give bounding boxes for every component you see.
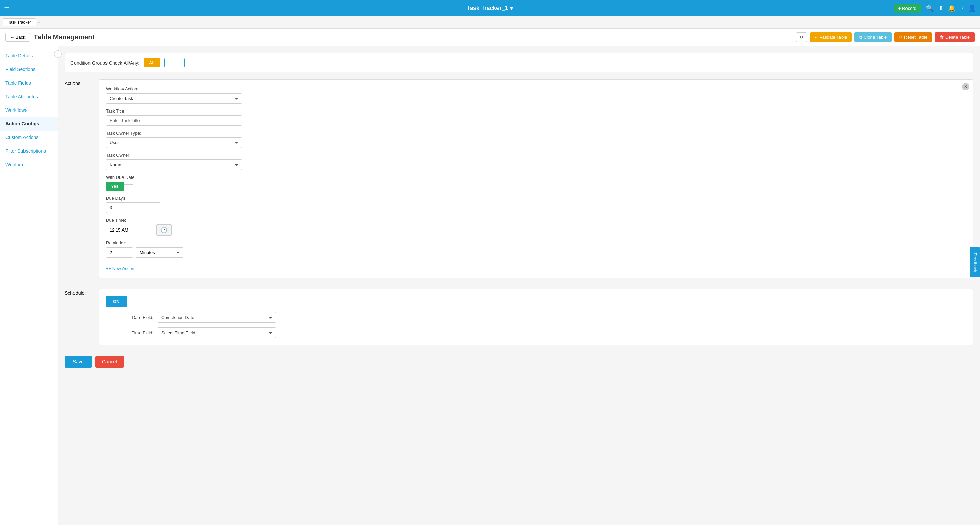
plus-icon: + bbox=[106, 266, 108, 271]
actions-label-container: Actions: bbox=[65, 79, 92, 284]
yes-button[interactable]: Yes bbox=[106, 182, 124, 191]
task-owner-label: Task Owner: bbox=[106, 153, 966, 158]
reminder-group: Reminder: Minutes Hours Days bbox=[106, 240, 966, 258]
refresh-button[interactable]: ↻ bbox=[796, 32, 807, 42]
app-title: Task Tracker_1 ▾ bbox=[467, 5, 514, 12]
sidebar-collapse-button[interactable]: ‹ bbox=[54, 50, 62, 58]
actions-label: Actions: bbox=[65, 81, 82, 86]
clone-table-button[interactable]: ⧉ Clone Table bbox=[854, 32, 891, 42]
tab-task-tracker[interactable]: Task Tracker bbox=[3, 18, 36, 26]
due-time-group: Due Time: 🕐 bbox=[106, 217, 966, 236]
with-due-date-group: With Due Date: Yes bbox=[106, 175, 966, 191]
no-button[interactable] bbox=[124, 184, 134, 189]
task-owner-group: Task Owner: Karan bbox=[106, 153, 966, 170]
save-button[interactable]: Save bbox=[65, 356, 92, 368]
upload-icon[interactable]: ⬆ bbox=[938, 5, 943, 12]
workflow-action-select[interactable]: Create Task bbox=[106, 93, 242, 104]
condition-any-input[interactable] bbox=[164, 58, 185, 67]
sidebar: Table Details Field Sections Table Field… bbox=[0, 46, 58, 525]
on-button[interactable]: ON bbox=[106, 296, 127, 307]
hamburger-icon[interactable]: ☰ bbox=[4, 5, 10, 12]
date-field-select[interactable]: Completion Date bbox=[158, 312, 276, 323]
schedule-label: Schedule: bbox=[65, 290, 86, 296]
time-field-label: Time Field: bbox=[106, 330, 153, 335]
actions-row: Actions: ✕ Workflow Action: Create Task … bbox=[65, 79, 973, 284]
task-owner-type-label: Task Owner Type: bbox=[106, 130, 966, 136]
new-action-link[interactable]: + + New Action bbox=[106, 266, 134, 271]
reminder-label: Reminder: bbox=[106, 240, 966, 246]
clock-button[interactable]: 🕐 bbox=[156, 224, 172, 236]
actions-panel: ✕ Workflow Action: Create Task Task Titl… bbox=[99, 79, 973, 278]
help-icon[interactable]: ? bbox=[960, 5, 964, 12]
tab-bar: Task Tracker + bbox=[0, 16, 980, 29]
due-days-group: Due Days: bbox=[106, 195, 966, 213]
task-title-label: Task Title: bbox=[106, 108, 966, 114]
off-button[interactable] bbox=[127, 299, 141, 305]
search-icon[interactable]: 🔍 bbox=[926, 5, 933, 12]
on-off-toggle: ON bbox=[106, 296, 966, 307]
due-time-label: Due Time: bbox=[106, 217, 966, 223]
cancel-button[interactable]: Cancel bbox=[95, 356, 124, 368]
task-owner-type-group: Task Owner Type: User bbox=[106, 130, 966, 148]
sidebar-item-workflows[interactable]: Workflows bbox=[0, 103, 57, 117]
validate-table-button[interactable]: ✓ Validate Table bbox=[810, 32, 852, 42]
add-tab-icon[interactable]: + bbox=[37, 19, 40, 25]
yes-no-toggle: Yes bbox=[106, 182, 966, 191]
sidebar-item-custom-actions[interactable]: Custom Actions bbox=[0, 130, 57, 144]
main-layout: Table Details Field Sections Table Field… bbox=[0, 46, 980, 525]
date-field-label: Date Field: bbox=[106, 315, 153, 320]
sidebar-item-field-sections[interactable]: Field Sections bbox=[0, 63, 57, 76]
delete-table-button[interactable]: 🗑 Delete Table bbox=[935, 32, 975, 42]
due-time-input[interactable] bbox=[106, 225, 153, 235]
top-navigation: ☰ Task Tracker_1 ▾ + Record 🔍 ⬆ 🔔 ? 👤 bbox=[0, 0, 980, 16]
workflow-action-label: Workflow Action: bbox=[106, 86, 966, 92]
back-button[interactable]: ← Back bbox=[5, 33, 30, 42]
page-title: Table Management bbox=[34, 33, 95, 41]
workflow-action-group: Workflow Action: Create Task bbox=[106, 86, 966, 104]
sidebar-item-filter-subscriptions[interactable]: Filter Subscriptions bbox=[0, 144, 57, 158]
reminder-unit-select[interactable]: Minutes Hours Days bbox=[136, 247, 183, 258]
schedule-label-container: Schedule: bbox=[65, 289, 92, 351]
bottom-buttons: Save Cancel bbox=[65, 356, 973, 368]
schedule-fields: Date Field: Completion Date Time Field: … bbox=[106, 312, 276, 338]
app-title-dropdown-icon[interactable]: ▾ bbox=[510, 5, 513, 12]
schedule-panel: ON Date Field: Completion Date Time Fiel… bbox=[99, 289, 973, 345]
condition-group-label: Condition Groups Check All/Any: bbox=[70, 60, 140, 66]
condition-all-button[interactable]: All bbox=[143, 58, 160, 67]
top-nav-right: + Record 🔍 ⬆ 🔔 ? 👤 bbox=[894, 4, 976, 13]
with-due-date-label: With Due Date: bbox=[106, 175, 966, 180]
main-content: Condition Groups Check All/Any: All Acti… bbox=[58, 46, 980, 525]
task-title-input[interactable] bbox=[106, 115, 242, 126]
task-title-group: Task Title: bbox=[106, 108, 966, 126]
header-action-buttons: ↻ ✓ Validate Table ⧉ Clone Table ↺ Reset… bbox=[796, 32, 975, 42]
task-owner-select[interactable]: Karan bbox=[106, 159, 242, 170]
due-time-row: 🕐 bbox=[106, 224, 966, 236]
user-avatar[interactable]: 👤 bbox=[969, 5, 976, 12]
feedback-tab[interactable]: Feedback bbox=[970, 247, 980, 278]
sidebar-item-webform[interactable]: Webform bbox=[0, 158, 57, 171]
sidebar-item-table-attributes[interactable]: Table Attributes bbox=[0, 90, 57, 103]
condition-groups-row: Condition Groups Check All/Any: All bbox=[65, 53, 973, 73]
sidebar-item-table-fields[interactable]: Table Fields bbox=[0, 76, 57, 90]
notification-icon[interactable]: 🔔 bbox=[948, 5, 956, 12]
schedule-row: Schedule: ON Date Field: Completion Date… bbox=[65, 289, 973, 351]
sidebar-item-action-configs[interactable]: Action Configs bbox=[0, 117, 57, 130]
record-button[interactable]: + Record bbox=[894, 4, 921, 13]
task-owner-type-select[interactable]: User bbox=[106, 137, 242, 148]
due-days-input[interactable] bbox=[106, 202, 160, 213]
reminder-row: Minutes Hours Days bbox=[106, 247, 966, 258]
sub-header: ← Back Table Management ↻ ✓ Validate Tab… bbox=[0, 29, 980, 46]
close-actions-button[interactable]: ✕ bbox=[962, 83, 969, 90]
reminder-number-input[interactable] bbox=[106, 247, 133, 258]
time-field-select[interactable]: Select Time Field bbox=[158, 327, 276, 338]
reset-table-button[interactable]: ↺ Reset Table bbox=[894, 32, 932, 42]
due-days-label: Due Days: bbox=[106, 195, 966, 201]
sidebar-item-table-details[interactable]: Table Details bbox=[0, 49, 57, 63]
